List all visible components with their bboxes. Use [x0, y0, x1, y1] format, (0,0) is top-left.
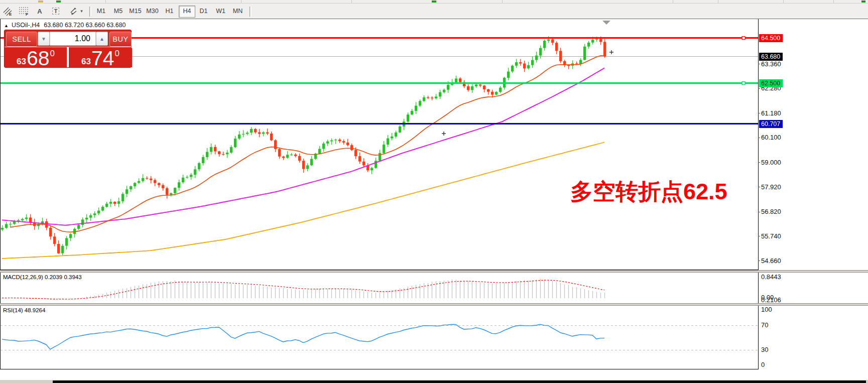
- price-axis-tick: [758, 212, 760, 212]
- toolbar-partial-separator: [241, 0, 241, 3]
- timeframe-button-h4[interactable]: H4: [179, 6, 195, 18]
- chart-annotation-text: 多空转折点62.5: [570, 177, 727, 207]
- svg-text:E: E: [9, 12, 12, 16]
- price-badge: 60.707: [759, 120, 783, 128]
- toolbar-partial-separator: [105, 0, 106, 3]
- ask-sup-digit: 0: [115, 49, 119, 58]
- price-axis-tick: [758, 187, 760, 187]
- collapse-triangle-icon[interactable]: ▲: [4, 23, 9, 28]
- text-box-glyph: T: [52, 8, 60, 15]
- price-axis-tick-label: 59.000: [761, 159, 781, 166]
- text-box-icon[interactable]: T: [48, 5, 63, 17]
- volume-input[interactable]: 1.00: [50, 32, 96, 46]
- price-axis-tick: [758, 113, 760, 113]
- ask-price[interactable]: 63740: [69, 48, 132, 67]
- toolbar-partial-separator: [718, 0, 718, 3]
- price-badge: 63.680: [759, 53, 783, 61]
- price-axis-tick: [758, 138, 760, 138]
- chart-shift-marker-icon: [602, 21, 610, 25]
- macd-label: MACD(12,26,9) 0.2039 0.3943: [3, 274, 82, 280]
- rsi-axis-label: 70: [761, 321, 768, 329]
- toolbar-partial-icon: [432, 1, 436, 3]
- price-axis-tick-label: 54.660: [761, 257, 781, 265]
- equidistant-channel-icon[interactable]: E: [1, 5, 15, 17]
- volume-increase-button[interactable]: ▲: [96, 32, 108, 46]
- bottom-scroll-bar[interactable]: [53, 380, 866, 383]
- timeframe-button-h1[interactable]: H1: [162, 6, 177, 17]
- volume-decrease-button[interactable]: ▼: [38, 32, 50, 46]
- arrow-tools-icon[interactable]: ▾: [65, 5, 86, 17]
- price-axis-tick-label: 63.360: [761, 60, 781, 68]
- ohlc-values: 63.680 63.720 63.660 63.680: [44, 22, 126, 29]
- price-axis-tick: [758, 88, 760, 89]
- price-axis-tick-label: 56.820: [761, 208, 781, 215]
- bid-prefix: 63: [17, 57, 26, 66]
- rsi-plot: [0, 306, 759, 369]
- toolbar-partial-icon: [861, 1, 865, 3]
- mt4-window: E F A T ▾: [0, 0, 868, 383]
- rsi-value: 48.9264: [25, 307, 46, 313]
- arrows-glyph: [69, 7, 79, 16]
- ask-prefix: 63: [81, 57, 91, 66]
- bid-price[interactable]: 63680: [5, 48, 67, 67]
- sell-button[interactable]: SELL: [6, 32, 37, 47]
- timeframe-button-w1[interactable]: W1: [213, 6, 228, 17]
- macd-axis-label: 0.8443: [761, 273, 781, 281]
- time-axis: 6 Mar 20198 Mar 04:0012 Mar 00:0014 Mar …: [0, 369, 868, 380]
- price-axis-tick-label: 61.180: [761, 109, 781, 117]
- toolbar-partial-separator: [833, 0, 834, 3]
- bid-sup-digit: 0: [50, 49, 55, 58]
- fibonacci-retracement-icon[interactable]: F: [17, 5, 31, 17]
- toolbar-separator: [89, 7, 91, 17]
- svg-text:F: F: [26, 12, 28, 16]
- text-label-icon[interactable]: A: [33, 5, 46, 17]
- price-axis-tick-label: 55.740: [761, 232, 781, 240]
- toolbar-partial-separator: [502, 0, 503, 3]
- price-axis-tick-label: 60.100: [761, 134, 781, 141]
- timeframe-button-m15[interactable]: M15: [128, 6, 143, 17]
- timeframe-button-m30[interactable]: M30: [145, 6, 160, 17]
- toolbar-partial-separator: [673, 0, 673, 3]
- timeframe-button-m1[interactable]: M1: [93, 6, 109, 17]
- price-axis-tick: [758, 162, 760, 163]
- toolbar-partial-icon: [38, 1, 43, 3]
- text-label-glyph: A: [37, 8, 42, 15]
- timeframe-button-d1[interactable]: D1: [196, 6, 211, 17]
- symbol-period: USOil-,H4: [12, 22, 40, 29]
- top-toolbar-partial: [0, 0, 868, 4]
- rsi-label: RSI(14) 48.9264: [3, 307, 45, 313]
- bid-big-digits: 68: [27, 49, 50, 67]
- price-badge: 62.500: [759, 79, 783, 87]
- toolbar-partial-separator: [783, 0, 784, 3]
- rsi-axis-label: 30: [761, 346, 768, 353]
- ask-big-digits: 74: [91, 49, 114, 67]
- timeframe-button-m5[interactable]: M5: [110, 6, 126, 17]
- macd-axis-label: 0.2106: [761, 296, 781, 304]
- chart-title: ▲USOil-,H463.680 63.720 63.660 63.680: [4, 22, 126, 29]
- one-click-trade-panel: SELL ▼ 1.00 ▲ BUY 63680 63740: [4, 30, 132, 68]
- price-axis-tick: [758, 64, 760, 64]
- timeframe-button-mn[interactable]: MN: [230, 6, 245, 17]
- toolbar: E F A T ▾: [0, 4, 868, 19]
- rsi-axis-label: 0: [761, 361, 765, 368]
- chevron-down-icon: ▾: [80, 9, 83, 14]
- macd-values: 0.2039 0.3943: [45, 274, 82, 280]
- price-axis-tick: [758, 236, 760, 236]
- toolbar-partial-separator: [351, 0, 352, 3]
- rsi-axis-label: 100: [761, 306, 772, 313]
- toolbar-partial-icon: [56, 1, 61, 3]
- price-axis-tick: [758, 261, 760, 261]
- price-badge: 64.500: [759, 34, 783, 42]
- price-axis-tick-label: 57.920: [761, 183, 781, 191]
- buy-button[interactable]: BUY: [109, 32, 132, 47]
- macd-plot: [0, 273, 759, 303]
- toolbar-separator: [250, 7, 252, 17]
